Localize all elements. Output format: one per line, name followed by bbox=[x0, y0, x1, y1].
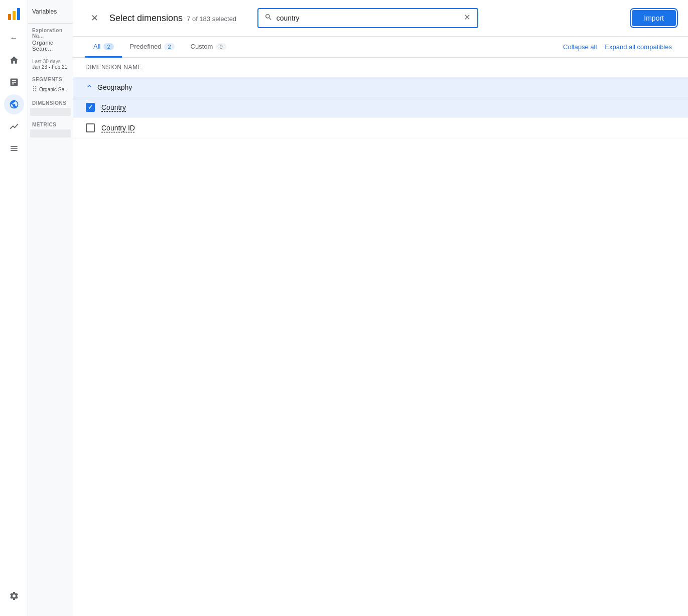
dimensions-placeholder bbox=[30, 108, 71, 116]
modal-header: ✕ Select dimensions 7 of 183 selected Im… bbox=[73, 0, 688, 37]
tab-custom[interactable]: Custom 0 bbox=[183, 37, 234, 58]
date-range-label: Last 30 days bbox=[32, 59, 69, 64]
country-checkbox-check: ✓ bbox=[88, 104, 93, 110]
exploration-section: Exploration Na... Organic Searc... bbox=[28, 24, 73, 56]
country-checkbox-wrap[interactable]: ✓ bbox=[85, 102, 95, 112]
geography-group-name: Geography bbox=[97, 83, 132, 91]
country-checkbox[interactable]: ✓ bbox=[86, 103, 95, 112]
country-dimension-row[interactable]: ✓ Country bbox=[73, 97, 688, 118]
search-icon bbox=[264, 13, 272, 23]
modal-title: Select dimensions bbox=[109, 13, 183, 24]
svg-rect-2 bbox=[17, 8, 20, 20]
variables-tab[interactable]: Variables bbox=[28, 0, 73, 24]
tab-all-label: All bbox=[93, 43, 100, 50]
country-id-checkbox-wrap[interactable] bbox=[85, 123, 95, 133]
app-logo bbox=[4, 4, 24, 24]
select-dimensions-modal: ✕ Select dimensions 7 of 183 selected Im… bbox=[73, 0, 688, 616]
tab-predefined-badge: 2 bbox=[164, 43, 174, 50]
exploration-value: Organic Searc... bbox=[32, 40, 69, 52]
close-icon: ✕ bbox=[91, 13, 98, 24]
exploration-label: Exploration Na... bbox=[32, 28, 69, 39]
modal-tabs: All 2 Predefined 2 Custom 0 Collapse all… bbox=[73, 37, 688, 58]
country-id-checkbox[interactable] bbox=[86, 123, 95, 132]
import-button[interactable]: Import bbox=[632, 10, 676, 26]
tab-custom-badge: 0 bbox=[216, 43, 226, 50]
sidebar: ← bbox=[0, 0, 28, 616]
left-panel: Variables Exploration Na... Organic Sear… bbox=[28, 0, 73, 616]
tab-all[interactable]: All 2 bbox=[85, 37, 122, 58]
tab-predefined[interactable]: Predefined 2 bbox=[122, 37, 183, 58]
dimensions-label: DIMENSIONS bbox=[28, 94, 73, 108]
tab-predefined-label: Predefined bbox=[130, 43, 162, 50]
dimension-name-header: Dimension name bbox=[85, 64, 142, 71]
sidebar-bottom bbox=[4, 586, 24, 608]
sidebar-item-home[interactable] bbox=[4, 50, 24, 70]
tab-all-badge: 2 bbox=[103, 43, 113, 50]
country-id-dimension-name: Country ID bbox=[101, 124, 135, 132]
date-range-section: Last 30 days Jan 23 - Feb 21 bbox=[28, 56, 73, 73]
sidebar-item-settings[interactable] bbox=[4, 586, 24, 606]
search-bar[interactable] bbox=[257, 8, 478, 28]
segments-value: ⠿ Organic Se... bbox=[28, 84, 73, 94]
search-input[interactable] bbox=[277, 14, 459, 22]
country-dimension-name: Country bbox=[101, 103, 126, 111]
modal-close-button[interactable]: ✕ bbox=[85, 9, 103, 27]
sidebar-item-back[interactable]: ← bbox=[4, 28, 24, 48]
geography-chevron-icon bbox=[85, 82, 93, 92]
metrics-label: METRICS bbox=[28, 116, 73, 129]
segments-label: SEGMENTS bbox=[28, 73, 73, 84]
svg-rect-1 bbox=[13, 11, 16, 20]
modal-subtitle: 7 of 183 selected bbox=[187, 15, 236, 23]
clear-search-icon[interactable] bbox=[463, 13, 471, 23]
svg-rect-0 bbox=[8, 14, 11, 20]
expand-all-button[interactable]: Expand all compatibles bbox=[601, 39, 676, 55]
sidebar-item-explore[interactable] bbox=[4, 94, 24, 114]
modal-title-area: Select dimensions 7 of 183 selected bbox=[109, 13, 251, 24]
dimensions-table: Dimension name Geography ✓ Country Co bbox=[73, 58, 688, 616]
geography-group-row[interactable]: Geography bbox=[73, 77, 688, 97]
sidebar-item-advertising[interactable] bbox=[4, 116, 24, 136]
tab-custom-label: Custom bbox=[191, 43, 213, 50]
country-id-dimension-row[interactable]: Country ID bbox=[73, 118, 688, 138]
metrics-placeholder bbox=[30, 129, 71, 137]
sidebar-item-configure[interactable] bbox=[4, 138, 24, 159]
date-range-value: Jan 23 - Feb 21 bbox=[32, 64, 69, 70]
table-header-row: Dimension name bbox=[73, 58, 688, 77]
collapse-all-button[interactable]: Collapse all bbox=[559, 39, 601, 55]
sidebar-item-reports[interactable] bbox=[4, 72, 24, 92]
